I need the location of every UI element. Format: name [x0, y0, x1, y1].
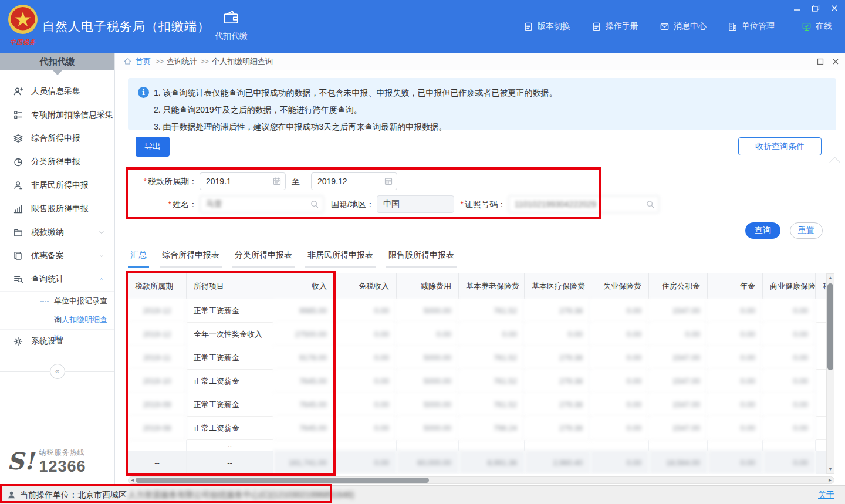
- column-header: 收入: [273, 273, 334, 299]
- document-icon: [592, 22, 601, 32]
- tab-非居民所得申报表[interactable]: 非居民所得申报表: [305, 249, 376, 268]
- sidebar-item-restricted-shares[interactable]: 限售股所得申报: [0, 197, 114, 221]
- header-menu-online-status[interactable]: 在线: [802, 21, 832, 32]
- sidebar-item-system-settings[interactable]: 系统设置: [0, 330, 114, 353]
- china-tax-emblem-logo: 中国税务: [6, 4, 40, 46]
- sidebar-item-tax-payment[interactable]: 税款缴纳: [0, 221, 114, 244]
- sidebar-subitem-personal-withholding-detail[interactable]: 个人扣缴明细查询: [0, 310, 114, 329]
- table-row[interactable]: 2019-09正常工资薪金7645.000.005000.00761.52279…: [128, 393, 826, 417]
- collapse-query-conditions-button[interactable]: 收折查询条件: [738, 137, 822, 155]
- period-start-input[interactable]: [200, 172, 286, 190]
- module-tab-withholding[interactable]: 代扣代缴: [207, 9, 256, 42]
- table-cell: [334, 440, 397, 451]
- scroll-right-icon[interactable]: ►: [827, 477, 833, 483]
- close-icon[interactable]: [830, 4, 839, 13]
- table-cell: 正常工资薪金: [187, 346, 273, 370]
- restore-icon[interactable]: [811, 4, 820, 13]
- table-cell: 7645.00: [273, 370, 334, 393]
- sidebar-collapse-row: «: [0, 364, 114, 379]
- page-close-icon[interactable]: [832, 58, 839, 65]
- table-cell: 0.00: [763, 417, 816, 440]
- tax-hotline-logo: S! 纳税服务热线 12366: [7, 447, 86, 476]
- sidebar-item-label: 综合所得申报: [31, 133, 80, 144]
- hotline-title: 纳税服务热线: [39, 448, 84, 456]
- header-menu-unit-management[interactable]: 单位管理: [728, 21, 775, 32]
- building-icon: [728, 22, 738, 32]
- reset-button[interactable]: 重置: [790, 222, 823, 239]
- table-row[interactable]: 2019-10正常工资薪金7645.000.005000.00761.52279…: [128, 370, 826, 393]
- table-cell: 0.00: [590, 417, 649, 440]
- period-end-input[interactable]: [311, 172, 397, 190]
- gear-icon: [13, 336, 23, 347]
- sidebar-item-label: 查询统计: [31, 274, 64, 285]
- table-cell: 0.00: [590, 346, 649, 370]
- table-row[interactable]: 2019-12全年一次性奖金收入27500.000.000.000.000.00…: [128, 323, 826, 346]
- scroll-up-icon[interactable]: ▲: [827, 275, 834, 282]
- table-cell: 5000.00: [397, 370, 459, 393]
- table-cell: 27500.00: [273, 323, 334, 346]
- table-row[interactable]: 2019-08正常工资薪金7645.000.005000.00798.24279…: [128, 417, 826, 440]
- table-cell: 全年一次性奖金收入: [187, 323, 273, 346]
- sidebar-item-classified-income[interactable]: 分类所得申报: [0, 150, 114, 174]
- table-cell: --: [128, 451, 187, 474]
- table-cell: 798.24: [459, 417, 525, 440]
- column-header: 减除费用: [397, 273, 459, 299]
- header-menu: 版本切换操作手册消息中心单位管理: [523, 0, 775, 53]
- table-row[interactable]: 2019-11正常工资薪金9178.000.005000.00761.52279…: [128, 346, 826, 370]
- minimize-icon[interactable]: [792, 4, 802, 13]
- result-tabs: 汇总综合所得申报表分类所得申报表非居民所得申报表限售股所得申报表: [128, 249, 457, 268]
- vertical-scrollbar-thumb[interactable]: [827, 283, 833, 370]
- tab-分类所得申报表[interactable]: 分类所得申报表: [232, 249, 295, 268]
- table-row[interactable]: 2019-12正常工资薪金9985.000.005000.00761.52279…: [128, 299, 826, 323]
- table-cell: 0.00: [708, 323, 763, 346]
- about-link[interactable]: 关于: [818, 490, 834, 500]
- breadcrumb-item[interactable]: 个人扣缴明细查询: [212, 57, 273, 66]
- vertical-scrollbar[interactable]: ▲ ▼: [826, 273, 834, 474]
- table-cell: [649, 440, 708, 451]
- sidebar-item-nonresident-income[interactable]: 非居民所得申报: [0, 174, 114, 197]
- table-cell: 1547.00: [649, 299, 708, 323]
- copy-icon: [13, 251, 23, 261]
- notice-lines: 1. 该查询统计表仅能查询已申报成功的数据，不包含未申报、申报失败，已申报但已作…: [154, 84, 827, 136]
- sidebar-title: 代扣代缴: [0, 53, 114, 70]
- notice-panel: i 1. 该查询统计表仅能查询已申报成功的数据，不包含未申报、申报失败，已申报但…: [128, 78, 836, 130]
- table-cell: 0.00: [590, 299, 649, 323]
- sidebar-item-preferential-filing[interactable]: 优惠备案: [0, 244, 114, 268]
- sidebar-menu: 人员信息采集专项附加扣除信息采集综合所得申报分类所得申报非居民所得申报限售股所得…: [0, 80, 114, 353]
- tab-汇总[interactable]: 汇总: [128, 249, 149, 268]
- header-menu-version-switch[interactable]: 版本切换: [523, 21, 570, 32]
- header-menu-manual[interactable]: 操作手册: [592, 21, 638, 32]
- tab-限售股所得申报表[interactable]: 限售股所得申报表: [386, 249, 457, 268]
- table-cell: 761.52: [459, 393, 525, 417]
- scroll-down-icon[interactable]: ▼: [827, 466, 834, 473]
- table-cell: 0.00: [708, 370, 763, 393]
- name-input[interactable]: [200, 195, 324, 213]
- sidebar-item-query-statistics[interactable]: 查询统计: [0, 268, 114, 291]
- search-button[interactable]: 查询: [745, 222, 780, 239]
- sidebar-item-label: 系统设置: [31, 336, 64, 347]
- sidebar-item-comprehensive-income[interactable]: 综合所得申报: [0, 127, 114, 150]
- table-cell: 279.38: [525, 370, 590, 393]
- table-cell: [708, 440, 763, 451]
- horizontal-scrollbar-thumb[interactable]: [136, 478, 429, 483]
- tab-综合所得申报表[interactable]: 综合所得申报表: [160, 249, 222, 268]
- table-cell: 0.00: [590, 323, 649, 346]
- page-maximize-icon[interactable]: [817, 58, 824, 65]
- column-header: 年金: [708, 273, 763, 299]
- sidebar-item-special-deduction[interactable]: 专项附加扣除信息采集: [0, 103, 114, 127]
- table-cell: 18,564.00: [649, 451, 708, 474]
- horizontal-scrollbar[interactable]: ◄ ►: [128, 476, 834, 484]
- sidebar-subitem-unit-declare-record[interactable]: 单位申报记录查询: [0, 292, 114, 310]
- breadcrumb-home-link[interactable]: 首页: [136, 56, 151, 67]
- table-cell: 8,991.36: [459, 451, 525, 474]
- table-cell: 0.00: [763, 299, 816, 323]
- id-number-input[interactable]: [508, 195, 660, 213]
- sidebar-item-personnel-info[interactable]: 人员信息采集: [0, 80, 114, 103]
- scroll-left-icon[interactable]: ◄: [129, 477, 136, 483]
- breadcrumb-item[interactable]: 查询统计: [167, 57, 197, 66]
- table-cell: 2019-10: [128, 370, 187, 393]
- export-button[interactable]: 导出: [136, 137, 170, 157]
- sidebar-collapse-button[interactable]: «: [50, 364, 65, 379]
- module-tab-label: 代扣代缴: [207, 31, 256, 42]
- header-menu-message-center[interactable]: 消息中心: [660, 21, 707, 32]
